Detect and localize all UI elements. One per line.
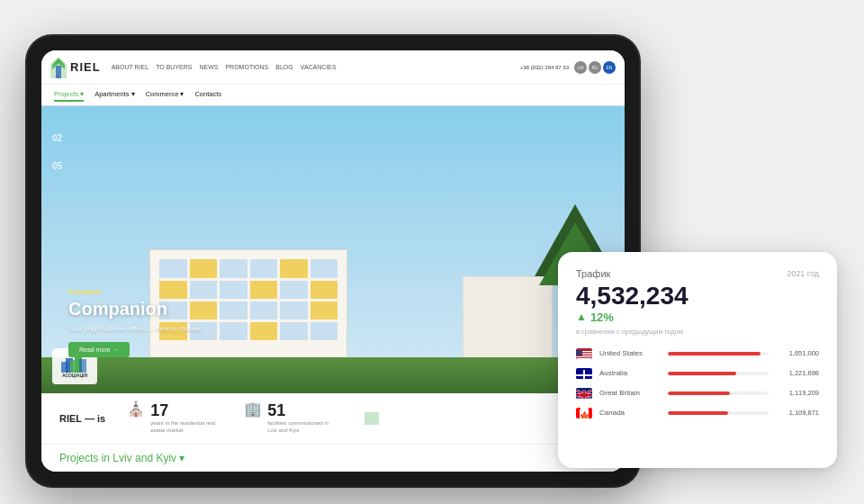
hero-subtitle: Four bright summer offers — time to choo… [68, 325, 202, 333]
stat-content-years: 17 years in the residential real estate … [150, 402, 222, 435]
window [220, 302, 248, 320]
card-period: 2021 год [787, 269, 819, 278]
country-name-ca: Canada [599, 409, 661, 417]
svg-rect-33 [583, 390, 585, 399]
projects-title: Projects in Lviv and Kyiv ▾ [59, 452, 184, 464]
window [220, 322, 248, 340]
lang-ru[interactable]: RU [589, 61, 601, 74]
nav-apartments[interactable]: Apartments ▾ [94, 88, 134, 102]
value-ca: 1,109,871 [776, 409, 819, 417]
window [310, 322, 338, 340]
flag-au [576, 368, 592, 379]
nav-link-promo[interactable]: PROMOTIONS [225, 64, 268, 70]
lang-buttons: UA RU EN [574, 61, 616, 74]
flag-us [576, 348, 592, 359]
window [310, 259, 338, 277]
assoc-label: АСОЦІАЦІЯ [62, 373, 87, 378]
value-us: 1,651,000 [776, 349, 819, 357]
building-icon: ⛪ [127, 402, 145, 417]
facility-icon: 🏢 [244, 402, 262, 417]
read-more-button[interactable]: Read more → [68, 342, 130, 357]
value-gb: 1,119,209 [776, 389, 819, 397]
window [250, 281, 278, 299]
tablet-screen: RIEL ABOUT RIEL TO BUYERS NEWS PROMOTION… [41, 50, 625, 472]
logo-text: RIEL [70, 60, 101, 74]
nav-commerce[interactable]: Commerce ▾ [146, 88, 184, 102]
window [280, 281, 308, 299]
svg-rect-24 [583, 370, 585, 379]
stat-facilities: 🏢 51 facilities commissioned in Lviv and… [244, 402, 339, 435]
stat-desc-facilities: facilities commissioned in Lviv and Kyiv [267, 420, 339, 435]
stat-years: ⛪ 17 years in the residential real estat… [127, 402, 222, 435]
window [220, 259, 248, 277]
svg-rect-13 [79, 359, 86, 373]
country-row-us: United States 1,651,000 [576, 348, 819, 359]
phone1: +38 (032) 294 97 33 [520, 65, 569, 70]
nav-link-buyers[interactable]: TO BUYERS [156, 64, 192, 70]
up-arrow-icon: ▲ [576, 310, 587, 323]
nav-projects[interactable]: Projects ▾ [54, 88, 84, 102]
bar-fill-us [668, 352, 760, 356]
svg-rect-21 [576, 350, 582, 356]
svg-rect-19 [576, 358, 592, 359]
window [190, 259, 218, 277]
window [280, 322, 308, 340]
country-name-gb: Great Britain [599, 389, 661, 397]
window [250, 322, 278, 340]
card-header: Трафик 2021 год [576, 268, 819, 279]
flag-ca: 🍁 [576, 408, 592, 418]
traffic-change: ▲ 12% [576, 310, 819, 324]
svg-rect-18 [576, 356, 592, 357]
hero-text-block: Promotion! Companion Four bright summer … [68, 289, 202, 357]
svg-rect-36 [589, 410, 592, 418]
nav-link-news[interactable]: NEWS [199, 64, 218, 70]
stats-section: RIEL — is ⛪ 17 years in the residential … [41, 393, 625, 444]
change-percentage: 12% [590, 310, 614, 324]
nav-link-vacancies[interactable]: VACANCIES [301, 64, 337, 70]
value-au: 1,221,698 [776, 369, 819, 377]
tablet-device: RIEL ABOUT RIEL TO BUYERS NEWS PROMOTION… [27, 36, 639, 486]
bar-fill-gb [668, 392, 730, 395]
top-nav-links: ABOUT RIEL TO BUYERS NEWS PROMOTIONS BLO… [112, 64, 337, 70]
lang-ua[interactable]: UA [574, 61, 587, 74]
nav-link-blog[interactable]: BLOG [275, 64, 292, 70]
projects-text-before: Projects in [59, 452, 112, 464]
country-row-gb: Great Britain 1,119,209 [576, 388, 819, 399]
sidebar-num-05: 05 [52, 161, 62, 171]
stat-content-facilities: 51 facilities commissioned in Lviv and K… [267, 402, 339, 435]
lang-en[interactable]: EN [603, 61, 616, 74]
stat-number-years: 17 [150, 402, 222, 418]
traffic-subtitle: в сравнении с предыдущим годом [576, 328, 819, 336]
svg-text:🍁: 🍁 [580, 410, 590, 418]
hero-section: 02 05 АСОЦІАЦІЯ Promotion! [41, 106, 625, 393]
sidebar-num-02: 02 [52, 133, 62, 143]
nav-contacts[interactable]: Contacts [194, 88, 221, 102]
card-title: Трафик [576, 268, 610, 279]
nav-link-about[interactable]: ABOUT RIEL [112, 64, 149, 70]
country-name-us: United States [599, 349, 661, 357]
bar-ca [668, 411, 769, 415]
svg-rect-2 [56, 66, 61, 78]
bar-au [668, 372, 769, 375]
window [280, 259, 308, 277]
hero-title: Companion [68, 299, 202, 320]
traffic-card: Трафик 2021 год 4,532,234 ▲ 12% в сравне… [558, 252, 837, 468]
window [280, 302, 308, 320]
stat-number-facilities: 51 [267, 402, 339, 418]
stat-desc-years: years in the residential real estate mar… [150, 420, 222, 435]
traffic-number: 4,532,234 [576, 283, 819, 310]
riel-is-label: RIEL — is [59, 413, 105, 424]
promo-label: Promotion! [68, 289, 202, 295]
nav-logo: RIEL [50, 57, 101, 78]
window [310, 281, 338, 299]
window [250, 302, 278, 320]
scene: RIEL ABOUT RIEL TO BUYERS NEWS PROMOTION… [27, 18, 837, 486]
window [220, 281, 248, 299]
window [310, 302, 338, 320]
bar-us [668, 352, 769, 356]
assoc-icon [61, 355, 88, 373]
projects-dropdown-arrow[interactable]: ▾ [179, 452, 184, 464]
country-row-au: Australia 1,221,698 [576, 368, 819, 379]
flag-gb [576, 388, 592, 399]
stat-icon-extra [364, 412, 379, 425]
